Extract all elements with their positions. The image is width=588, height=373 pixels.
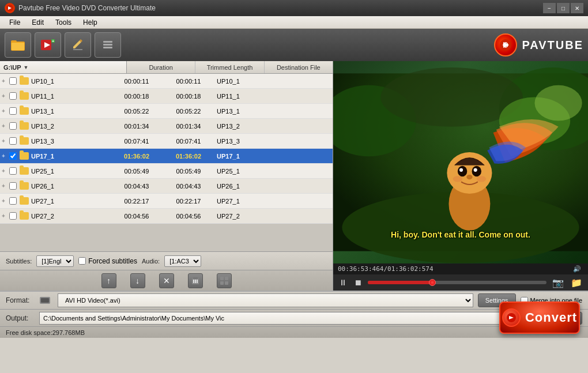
open-media-button[interactable]: 📁 (570, 277, 583, 288)
row-checkbox[interactable] (7, 77, 18, 85)
table-row[interactable]: + UP27_1 00:22:17 00:22:17 UP27_1 (0, 194, 333, 209)
svg-rect-10 (103, 44, 112, 46)
screenshot-button[interactable]: 📷 (551, 277, 565, 288)
svg-rect-11 (103, 47, 112, 48)
audio-select[interactable]: [1:AC3 (164, 255, 201, 267)
menu-help[interactable]: Help (77, 17, 103, 28)
left-panel: G:\UP ▼ Load IFO/ISOCtrl+1 Load from fol… (0, 61, 333, 291)
row-duration: 00:00:18 (111, 93, 163, 100)
progress-bar[interactable] (368, 281, 546, 284)
minimize-button[interactable]: − (543, 3, 556, 13)
right-panel: Hi, boy. Don't eat it all. Come on out. … (333, 61, 588, 291)
row-trimmed: 00:05:49 (163, 168, 214, 175)
expand-icon: + (0, 93, 7, 99)
row-duration: 00:22:17 (111, 198, 163, 205)
subtitles-label: Subtitles: (6, 258, 32, 265)
svg-rect-3 (12, 43, 24, 50)
time-display: 00:36:53:464/01:36:02:574 🔊 (333, 263, 588, 274)
svg-point-38 (477, 176, 486, 182)
svg-rect-19 (220, 277, 224, 280)
svg-point-34 (459, 168, 463, 172)
convert-icon (502, 308, 521, 327)
row-checkbox[interactable] (7, 92, 18, 100)
status-text: Free disk space:297.768MB (6, 329, 85, 336)
open-folder-button[interactable] (5, 32, 31, 58)
output-path: C:\Documents and Settings\Administrator\… (39, 312, 511, 325)
svg-point-36 (466, 175, 472, 179)
row-trimmed: 00:00:11 (163, 78, 214, 85)
table-row[interactable]: + UP11_1 00:00:18 00:00:18 UP11_1 (0, 89, 333, 104)
row-trimmed: 00:04:43 (163, 183, 214, 190)
expand-icon: + (0, 123, 7, 129)
progress-thumb[interactable] (429, 279, 436, 286)
row-checkbox[interactable] (7, 182, 18, 190)
row-duration: 00:05:22 (111, 108, 163, 115)
subtitle-text: Hi, boy. Don't eat it all. Come on out. (391, 230, 530, 239)
menu-edit[interactable]: Edit (26, 17, 50, 28)
row-trimmed: 00:22:17 (163, 198, 214, 205)
row-name: UP17_1 (30, 153, 111, 160)
table-row[interactable]: + UP13_1 00:05:22 00:05:22 UP13_1 (0, 104, 333, 119)
window-title: Pavtube Free Video DVD Converter Ultimat… (18, 4, 543, 12)
table-row[interactable]: + UP25_1 00:05:49 00:05:49 UP25_1 (0, 164, 333, 179)
format-row: Format: AVI HD Video(*.avi) Settings Mer… (0, 291, 588, 309)
close-button[interactable]: ✕ (571, 3, 583, 13)
row-duration: 00:01:34 (111, 123, 163, 130)
row-checkbox[interactable] (7, 107, 18, 115)
file-list-header: G:\UP ▼ Load IFO/ISOCtrl+1 Load from fol… (0, 61, 333, 74)
convert-button[interactable]: Convert (499, 302, 580, 334)
table-row[interactable]: + UP27_2 00:04:56 00:04:56 UP27_2 (0, 209, 333, 224)
row-checkbox[interactable] (7, 122, 18, 130)
row-duration: 01:36:02 (111, 153, 163, 160)
expand-icon: + (0, 153, 7, 159)
file-list: + UP10_1 00:00:11 00:00:11 UP10_1 + UP11… (0, 74, 333, 251)
svg-rect-40 (41, 298, 49, 303)
delete-button[interactable] (188, 273, 203, 288)
row-name: UP25_1 (30, 168, 111, 175)
row-dest: UP26_1 (214, 183, 333, 190)
forced-subtitles-checkbox[interactable] (78, 257, 86, 265)
convert-button-wrapper: Convert (499, 302, 580, 334)
volume-icon[interactable]: 🔊 (573, 265, 581, 273)
expand-icon: + (0, 183, 7, 189)
table-row[interactable]: + UP13_2 00:01:34 00:01:34 UP13_2 (0, 119, 333, 134)
split-button[interactable] (217, 273, 232, 288)
stop-button[interactable]: ⏹ (353, 278, 363, 287)
menu-tools[interactable]: Tools (50, 17, 77, 28)
expand-icon: + (0, 78, 7, 84)
list-button[interactable] (95, 32, 121, 58)
row-name: UP11_1 (30, 93, 111, 100)
pavtube-logo: PAVTUBE (494, 33, 583, 56)
row-checkbox[interactable] (7, 197, 18, 205)
add-video-button[interactable]: + (35, 32, 61, 58)
row-dest: UP25_1 (214, 168, 333, 175)
format-select[interactable]: AVI HD Video(*.avi) (58, 293, 473, 307)
svg-rect-20 (225, 277, 228, 280)
row-icon (18, 167, 30, 175)
row-dest: UP27_1 (214, 198, 333, 205)
row-name: UP13_3 (30, 138, 111, 145)
row-checkbox[interactable] (7, 137, 18, 145)
col-duration: Duration (127, 61, 195, 73)
source-dropdown[interactable]: G:\UP ▼ Load IFO/ISOCtrl+1 Load from fol… (0, 61, 127, 73)
row-checkbox[interactable] (7, 167, 18, 175)
table-row[interactable]: + UP26_1 00:04:43 00:04:43 UP26_1 (0, 179, 333, 194)
row-dest: UP13_2 (214, 123, 333, 130)
menu-file[interactable]: File (3, 17, 26, 28)
table-row[interactable]: + UP10_1 00:00:11 00:00:11 UP10_1 (0, 74, 333, 89)
row-checkbox[interactable] (7, 212, 18, 220)
subtitles-select[interactable]: [1]Engl (36, 255, 74, 267)
move-up-button[interactable]: ↑ (101, 273, 116, 288)
table-row[interactable]: + UP13_3 00:07:41 00:07:41 UP13_3 (0, 134, 333, 149)
maximize-button[interactable]: □ (557, 3, 570, 13)
move-down-button[interactable]: ↓ (130, 273, 145, 288)
col-dest: Destination File (265, 61, 333, 73)
table-row[interactable]: + UP17_1 01:36:02 01:36:02 UP17_1 (0, 149, 333, 164)
row-name: UP10_1 (30, 78, 111, 85)
row-checkbox[interactable] (7, 152, 18, 160)
edit-button[interactable] (65, 32, 91, 58)
row-icon (18, 212, 30, 220)
svg-rect-15 (193, 277, 198, 279)
remove-button[interactable]: ✕ (159, 273, 174, 288)
pause-button[interactable]: ⏸ (338, 278, 348, 287)
